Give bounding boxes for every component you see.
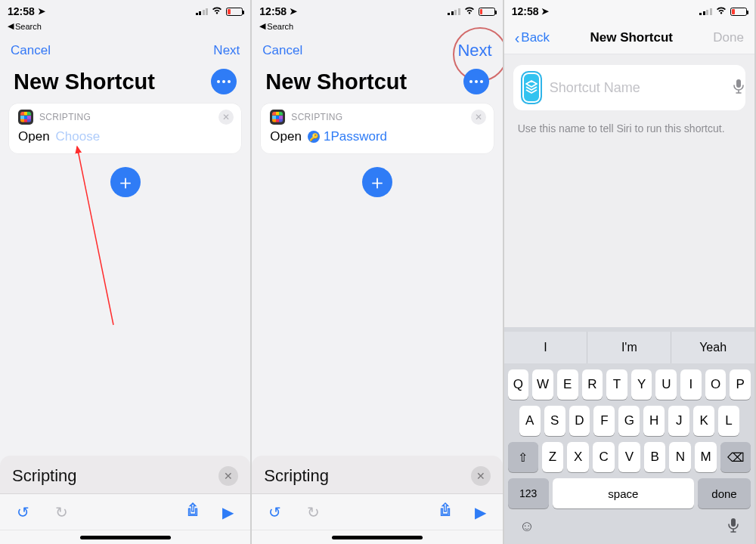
key-x[interactable]: X [567,442,589,472]
share-button[interactable] [186,502,200,521]
back-to-app[interactable]: ◀︎ Search [0,21,250,36]
key-s[interactable]: S [544,406,565,436]
search-clear-button[interactable]: ✕ [218,466,238,486]
ellipsis-icon [217,80,231,83]
key-shift[interactable]: ⇧ [508,442,538,472]
back-app-label: Search [15,22,42,31]
name-field-row [513,65,745,110]
key-e[interactable]: E [557,369,578,400]
panel-app-selected: 12:58 ➤ ◀︎ Search Cancel Next New Shortc… [252,0,503,544]
key-i[interactable]: I [680,369,702,400]
key-y[interactable]: Y [631,369,652,400]
action-card: SCRIPTING ✕ Open Choose [9,104,241,153]
selected-app-token[interactable]: 🔑 1Password [308,129,387,144]
key-numbers[interactable]: 123 [508,478,549,508]
key-g[interactable]: G [618,406,640,436]
location-icon: ➤ [38,6,45,17]
key-l[interactable]: L [718,406,739,436]
run-button[interactable]: ▶ [222,503,234,521]
plus-icon: ＋ [116,169,135,196]
key-d[interactable]: D [569,406,590,436]
key-b[interactable]: B [644,442,666,472]
cancel-button[interactable]: Cancel [11,43,51,58]
title-row: New Shortcut [0,66,250,104]
key-k[interactable]: K [693,406,714,436]
key-j[interactable]: J [668,406,689,436]
toolbar: ↺ ↻ ▶ [0,494,250,530]
action-card: SCRIPTING ✕ Open 🔑 1Password [261,104,493,153]
keyboard-dictation-button[interactable] [727,518,739,536]
emoji-button[interactable]: ☺ [519,518,534,536]
key-o[interactable]: O [705,369,727,400]
back-app-label: Search [267,22,293,31]
more-button[interactable] [463,69,489,94]
next-button[interactable]: Next [213,43,240,58]
suggestion[interactable]: I'm [587,332,671,363]
key-q[interactable]: Q [508,369,529,400]
key-done[interactable]: done [698,478,751,508]
key-c[interactable]: C [593,442,615,472]
key-p[interactable]: P [730,369,751,400]
search-sheet[interactable]: Scripting ✕ [0,456,250,494]
search-text: Scripting [12,466,218,486]
cancel-button[interactable]: Cancel [262,43,302,58]
share-button[interactable] [438,502,452,521]
dictation-button[interactable] [733,79,745,97]
shortcut-icon-button[interactable] [521,71,542,104]
key-u[interactable]: U [655,369,677,400]
toolbar: ↺ ↻ ▶ [252,494,502,530]
home-indicator[interactable] [0,530,250,544]
search-text: Scripting [264,466,470,486]
annotation-arrow [30,136,136,332]
status-time: 12:58 [8,5,35,17]
cellular-icon [448,8,460,15]
key-w[interactable]: W [532,369,553,400]
panel-name-shortcut: 12:58 ➤ ‹ Back New Shortcut Done [504,0,756,544]
key-m[interactable]: M [695,442,717,472]
plus-icon: ＋ [367,169,387,196]
next-button[interactable]: Next [457,41,491,60]
undo-button[interactable]: ↺ [268,503,281,521]
navbar: Cancel Next [0,36,250,66]
key-r[interactable]: R [582,369,603,400]
key-space[interactable]: space [553,478,694,508]
scripting-icon [270,110,285,125]
key-t[interactable]: T [606,369,627,400]
hint-text: Use this name to tell Siri to run this s… [504,115,754,134]
wifi-icon [715,6,727,17]
search-clear-button[interactable]: ✕ [471,466,491,486]
key-z[interactable]: Z [542,442,564,472]
keyboard: I I'm Yeah QWERTYUIOP ASDFGHJKL ⇧ZXCVBNM… [504,327,754,544]
key-v[interactable]: V [618,442,640,472]
status-bar: 12:58 ➤ [252,0,502,21]
key-n[interactable]: N [669,442,691,472]
more-button[interactable] [211,69,237,94]
search-sheet[interactable]: Scripting ✕ [252,456,502,494]
action-category-label: SCRIPTING [39,112,91,122]
run-button[interactable]: ▶ [475,503,486,521]
key-a[interactable]: A [519,406,541,436]
svg-rect-2 [731,518,736,527]
shortcut-name-input[interactable] [550,80,725,96]
action-verb: Open [18,129,50,144]
title-row: New Shortcut [252,66,502,104]
key-f[interactable]: F [593,406,615,436]
key-backspace[interactable]: ⌫ [720,442,751,472]
status-bar: 12:58 ➤ [504,0,754,21]
key-h[interactable]: H [643,406,665,436]
suggestion[interactable]: I [504,332,588,363]
status-time: 12:58 [259,5,287,17]
home-indicator[interactable] [252,530,502,544]
redo-button: ↻ [307,503,320,521]
suggestion[interactable]: Yeah [671,332,754,363]
undo-button[interactable]: ↺ [17,503,29,521]
add-action-button[interactable]: ＋ [362,167,392,197]
back-button[interactable]: ‹ Back [515,30,550,45]
ellipsis-icon [469,80,483,83]
choose-app-placeholder[interactable]: Choose [56,129,101,144]
done-button[interactable]: Done [713,30,744,45]
app-icon: 🔑 [308,131,320,143]
remove-action-button[interactable]: ✕ [471,110,486,125]
back-to-app[interactable]: ◀︎ Search [252,21,502,36]
add-action-button[interactable]: ＋ [110,167,141,197]
